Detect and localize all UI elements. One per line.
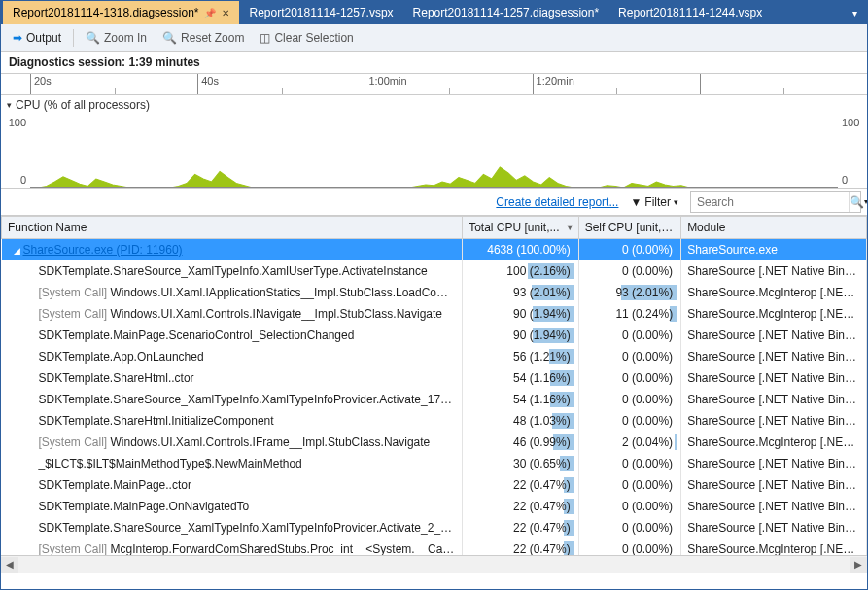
filter-label: Filter (644, 195, 671, 209)
call-tree-table: Function Name Total CPU [unit,...▼ Self … (1, 216, 867, 555)
table-row[interactable]: ◢ShareSource.exe (PID: 11960)4638 (100.0… (2, 239, 867, 260)
close-icon[interactable]: ✕ (222, 8, 229, 18)
table-row[interactable]: [System Call] Windows.UI.Xaml.Controls.I… (2, 432, 867, 453)
table-row[interactable]: SDKTemplate.ShareSource_XamlTypeInfo.Xam… (2, 517, 867, 538)
expand-icon[interactable]: ◢ (14, 246, 23, 256)
total-cpu-cell: 54 (1.16%) (463, 367, 579, 389)
zoom-in-button[interactable]: 🔍 Zoom In (80, 28, 153, 48)
reset-zoom-button[interactable]: 🔍 Reset Zoom (156, 28, 250, 48)
filter-button[interactable]: ▼ Filter ▾ (626, 193, 682, 211)
table-row[interactable]: SDKTemplate.MainPage.ScenarioControl_Sel… (2, 325, 867, 346)
zoom-in-icon: 🔍 (86, 31, 100, 45)
zoom-in-label: Zoom In (104, 31, 147, 45)
table-row[interactable]: [System Call] McgInterop.ForwardComShare… (2, 538, 867, 556)
toolbar: ➡ Output 🔍 Zoom In 🔍 Reset Zoom ◫ Clear … (1, 24, 867, 52)
create-report-link[interactable]: Create detailed report... (496, 195, 618, 209)
module-cell: ShareSource.exe (681, 239, 867, 260)
system-call-prefix: [System Call] (39, 286, 111, 299)
table-row[interactable]: SDKTemplate.ShareHtml..ctor54 (1.16%)0 (… (2, 367, 867, 389)
y-min: 0 (842, 174, 848, 186)
arrow-right-icon: ➡ (13, 31, 22, 45)
function-name: SDKTemplate.ShareHtml..ctor (39, 371, 194, 385)
table-row[interactable]: SDKTemplate.App.OnLaunched56 (1.21%)0 (0… (2, 346, 867, 367)
tab-report-1318[interactable]: Report20181114-1318.diagsession* 📌 ✕ (3, 1, 239, 24)
table-row[interactable]: [System Call] Windows.UI.Xaml.IApplicati… (2, 282, 867, 303)
chart-area[interactable] (30, 115, 838, 188)
scroll-left-icon[interactable]: ◀ (1, 557, 18, 573)
self-cpu-cell: 11 (0.24%) (578, 303, 680, 325)
total-cpu-cell: 22 (0.47%) (463, 517, 579, 538)
self-cpu-cell: 0 (0.00%) (578, 325, 680, 346)
system-call-prefix: [System Call] (39, 542, 111, 556)
y-max: 100 (842, 117, 859, 128)
self-cpu-cell: 0 (0.00%) (578, 474, 680, 496)
y-max: 100 (9, 117, 26, 128)
function-name: _$ILCT$.$ILT$MainMethodType$.NewMainMeth… (39, 457, 302, 470)
function-name: Windows.UI.Xaml.Controls.INavigate__Impl… (111, 307, 442, 321)
self-cpu-cell: 0 (0.00%) (578, 410, 680, 432)
function-name: ShareSource.exe (PID: 11960) (23, 243, 183, 257)
column-header-function[interactable]: Function Name (2, 217, 463, 239)
total-cpu-cell: 30 (0.65%) (463, 453, 579, 474)
self-cpu-cell: 0 (0.00%) (578, 496, 680, 517)
module-cell: ShareSource [.NET Native Binary: S (681, 367, 867, 389)
search-box: 🔍 ▾ (690, 191, 861, 213)
table-row[interactable]: SDKTemplate.ShareSource_XamlTypeInfo.Xam… (2, 389, 867, 410)
table-row[interactable]: SDKTemplate.ShareHtml.InitializeComponen… (2, 410, 867, 432)
total-cpu-cell: 46 (0.99%) (463, 432, 579, 453)
clear-selection-button[interactable]: ◫ Clear Selection (254, 28, 359, 48)
function-name: SDKTemplate.ShareSource_XamlTypeInfo.Xam… (39, 521, 463, 535)
column-header-self-cpu[interactable]: Self CPU [unit, %] (578, 217, 680, 239)
module-cell: ShareSource [.NET Native Binary: S (681, 410, 867, 432)
self-cpu-cell: 0 (0.00%) (578, 346, 680, 367)
total-cpu-cell: 22 (0.47%) (463, 496, 579, 517)
column-header-total-cpu[interactable]: Total CPU [unit,...▼ (463, 217, 579, 239)
search-go-button[interactable]: 🔍 ▾ (849, 192, 868, 212)
chevron-down-icon: ▾ (864, 197, 868, 206)
search-icon: 🔍 (850, 195, 864, 209)
output-label: Output (26, 31, 61, 45)
search-input[interactable] (691, 195, 849, 209)
tab-report-1257-diag[interactable]: Report20181114-1257.diagsession* (403, 1, 608, 24)
function-name: Windows.UI.Xaml.IApplicationStatics__Imp… (111, 286, 463, 299)
scroll-right-icon[interactable]: ▶ (850, 557, 867, 573)
reset-zoom-label: Reset Zoom (181, 31, 244, 45)
chevron-down-icon: ▾ (674, 197, 678, 207)
overflow-menu-icon[interactable]: ▾ (846, 4, 863, 21)
function-name: SDKTemplate.ShareSource_XamlTypeInfo.Xam… (39, 264, 428, 278)
pin-icon[interactable]: 📌 (204, 8, 216, 18)
table-row[interactable]: SDKTemplate.MainPage..ctor22 (0.47%)0 (0… (2, 474, 867, 496)
total-cpu-cell: 4638 (100.00%) (463, 239, 579, 260)
column-header-module[interactable]: Module (681, 217, 867, 239)
self-cpu-cell: 0 (0.00%) (578, 389, 680, 410)
function-name: SDKTemplate.MainPage..ctor (39, 478, 191, 492)
output-button[interactable]: ➡ Output (7, 28, 67, 48)
function-name: Windows.UI.Xaml.Controls.IFrame__Impl.St… (111, 435, 431, 449)
ruler-tick: 20s (30, 74, 197, 94)
cpu-chart[interactable]: 100 0 100 0 (1, 115, 867, 189)
total-cpu-cell: 48 (1.03%) (463, 410, 579, 432)
self-cpu-cell: 0 (0.00%) (578, 517, 680, 538)
cpu-section-header[interactable]: ▾ CPU (% of all processors) (1, 95, 867, 115)
self-cpu-cell: 0 (0.00%) (578, 239, 680, 260)
tab-report-1244[interactable]: Report20181114-1244.vspx (608, 1, 772, 24)
table-row[interactable]: SDKTemplate.MainPage.OnNavigatedTo22 (0.… (2, 496, 867, 517)
module-cell: ShareSource [.NET Native Binary: S (681, 389, 867, 410)
table-row[interactable]: [System Call] Windows.UI.Xaml.Controls.I… (2, 303, 867, 325)
self-cpu-cell: 0 (0.00%) (578, 453, 680, 474)
module-cell: ShareSource [.NET Native Binary: S (681, 474, 867, 496)
session-info: Diagnostics session: 1:39 minutes (1, 52, 867, 74)
table-row[interactable]: _$ILCT$.$ILT$MainMethodType$.NewMainMeth… (2, 453, 867, 474)
horizontal-scrollbar[interactable]: ◀ ▶ (1, 555, 867, 573)
self-cpu-cell: 0 (0.00%) (578, 367, 680, 389)
y-axis-left: 100 0 (1, 115, 30, 188)
table-row[interactable]: SDKTemplate.ShareSource_XamlTypeInfo.Xam… (2, 260, 867, 282)
timeline-ruler[interactable]: 20s 40s 1:00min 1:20min (1, 74, 867, 95)
tab-report-1257-vspx[interactable]: Report20181114-1257.vspx (239, 1, 402, 24)
total-cpu-cell: 100 (2.16%) (463, 260, 579, 282)
module-cell: ShareSource.McgInterop [.NET Nat (681, 538, 867, 556)
ruler-tick-end (700, 74, 867, 94)
sort-desc-icon: ▼ (566, 223, 574, 232)
tab-label: Report20181114-1257.diagsession* (413, 6, 599, 19)
y-axis-right: 100 0 (838, 115, 867, 188)
